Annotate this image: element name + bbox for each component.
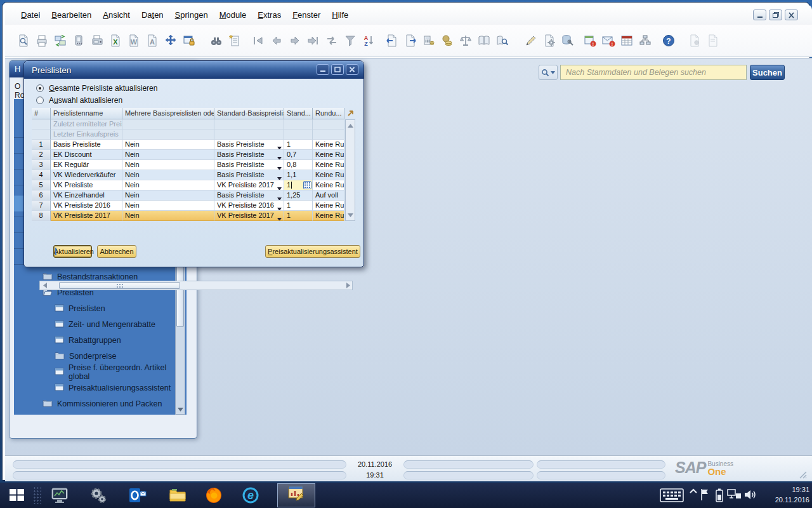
tray-chevron-up-icon[interactable] <box>689 488 698 494</box>
copy-to-icon[interactable] <box>402 32 419 49</box>
table-scroll-down-button[interactable] <box>346 210 355 220</box>
base-pricelist-cell[interactable]: Basis Preisliste <box>214 140 284 150</box>
multiple-baselists-cell[interactable]: Nein <box>122 190 214 201</box>
dropdown-arrow-icon[interactable] <box>277 143 282 150</box>
find-icon[interactable] <box>208 32 225 49</box>
multiple-baselists-cell[interactable]: Nein <box>122 160 214 170</box>
table-row[interactable]: 6VK EinzelhandelNeinBasis Preisliste1,25… <box>32 190 355 201</box>
dropdown-arrow-icon[interactable] <box>277 204 282 211</box>
rounding-cell[interactable]: Keine Ru <box>313 160 344 170</box>
tray-keyboard-icon[interactable] <box>660 488 684 503</box>
payment-means-icon[interactable] <box>421 32 437 49</box>
row-number-cell[interactable]: 2 <box>32 150 51 160</box>
menu-datei[interactable]: Datei <box>15 6 46 25</box>
previous-record-icon[interactable] <box>268 32 285 49</box>
table-row[interactable]: 8VK Preisliste 2017NeinVK Preisliste 201… <box>32 211 355 221</box>
factor-cell[interactable]: 1,25 <box>284 190 313 201</box>
table-vertical-scrollbar[interactable] <box>345 119 355 221</box>
tree-item[interactable]: Preislisten <box>55 301 105 316</box>
multiple-baselists-cell[interactable]: Nein <box>122 140 214 150</box>
taskbar-internet-explorer[interactable]: e <box>240 485 261 505</box>
menu-module[interactable]: Module <box>214 6 252 25</box>
base-pricelist-cell[interactable]: VK Preisliste 2017 <box>214 211 284 221</box>
send-sms-icon[interactable] <box>70 32 87 49</box>
refresh-icon[interactable] <box>324 32 340 49</box>
rounding-cell[interactable]: Auf voll <box>313 190 344 201</box>
launch-application-icon[interactable] <box>162 32 179 49</box>
expand-grid-icon[interactable] <box>345 108 355 119</box>
row-number-cell[interactable]: 1 <box>32 140 51 150</box>
tree-scroll-down-button[interactable] <box>176 404 185 414</box>
copy-from-icon[interactable] <box>384 32 400 49</box>
tray-battery-icon[interactable] <box>715 488 724 503</box>
table-scroll-up-button[interactable] <box>346 121 355 130</box>
base-pricelist-cell[interactable]: Basis Preisliste <box>214 190 284 201</box>
radio-option[interactable]: Auswahl aktualisieren <box>36 96 122 105</box>
doc-settings-disabled-icon[interactable] <box>705 32 721 49</box>
tray-network-icon[interactable] <box>727 488 742 502</box>
send-fax-icon[interactable] <box>89 32 105 49</box>
rounding-cell[interactable]: Keine Ru <box>313 150 344 160</box>
filter-icon[interactable] <box>342 32 358 49</box>
row-number-cell[interactable]: 6 <box>32 190 51 201</box>
chart-of-accounts-icon[interactable] <box>476 32 492 49</box>
taskbar-outlook[interactable] <box>127 485 148 505</box>
export-word-icon[interactable]: W <box>126 32 142 49</box>
table-row[interactable]: 3EK RegulärNeinBasis Preisliste0,8Keine … <box>32 160 355 170</box>
row-number-cell[interactable]: 3 <box>32 160 51 170</box>
dropdown-arrow-icon[interactable] <box>277 184 282 190</box>
search-button[interactable]: Suchen <box>750 65 785 80</box>
preisaktualisierungsassistent-button[interactable]: Preisaktualisierungsassistent <box>265 245 360 258</box>
menu-extras[interactable]: Extras <box>252 6 287 25</box>
pricelist-name-cell[interactable]: EK Discount <box>51 150 122 160</box>
resize-grip[interactable] <box>798 470 807 479</box>
multiple-baselists-cell[interactable]: Nein <box>122 211 214 221</box>
print-preview-icon[interactable] <box>15 32 32 49</box>
dropdown-arrow-icon[interactable] <box>277 194 282 201</box>
aktualisieren-button[interactable]: Aktualisieren <box>53 245 92 258</box>
taskbar-file-explorer[interactable] <box>167 485 188 505</box>
base-pricelist-cell[interactable]: VK Preisliste 2016 <box>214 201 284 211</box>
tray-flag-icon[interactable] <box>700 488 710 502</box>
tree-item[interactable]: Sonderpreise <box>55 349 116 364</box>
table-row[interactable]: 1Basis PreislisteNeinBasis Preisliste1Ke… <box>32 140 355 150</box>
factor-cell[interactable]: 1 <box>284 140 313 150</box>
base-pricelist-cell[interactable]: VK Preisliste 2017 <box>214 180 284 190</box>
export-pdf-icon[interactable]: A <box>144 32 160 49</box>
tree-item[interactable]: Rabattgruppen <box>55 333 121 348</box>
multiple-baselists-cell[interactable]: Nein <box>122 180 214 190</box>
factor-cell-editing[interactable]: 1 <box>284 180 313 190</box>
table-hscroll-thumb[interactable] <box>59 282 180 289</box>
menu-hilfe[interactable]: Hilfe <box>326 6 354 25</box>
dialog-close-button[interactable] <box>346 64 358 75</box>
dropdown-arrow-icon[interactable] <box>277 214 282 221</box>
rounding-cell[interactable]: Keine Ru <box>313 180 344 190</box>
record-list-icon[interactable] <box>226 32 243 49</box>
rounding-cell[interactable]: Keine Ru <box>313 170 344 180</box>
rounding-cell[interactable]: Keine Ru <box>313 140 344 150</box>
menu-ansicht[interactable]: Ansicht <box>97 6 136 25</box>
dialog-title-bar[interactable]: Preislisten <box>24 61 363 79</box>
multiple-baselists-cell[interactable]: Nein <box>122 170 214 180</box>
tree-item[interactable]: Zeit- und Mengenrabatte <box>55 317 155 332</box>
dropdown-arrow-icon[interactable] <box>277 163 282 170</box>
column-header[interactable]: # <box>32 108 51 119</box>
rounding-cell[interactable]: Keine Ru <box>313 201 344 211</box>
menu-daten[interactable]: Daten <box>136 6 169 25</box>
send-icon[interactable] <box>52 32 69 49</box>
table-row[interactable]: 7VK Preisliste 2016NeinVK Preisliste 201… <box>32 201 355 211</box>
rounding-cell[interactable]: Keine Ru <box>313 211 344 221</box>
next-record-icon[interactable] <box>287 32 303 49</box>
pricelist-name-cell[interactable]: VK Wiederverkäufer <box>51 170 122 180</box>
taskbar-settings[interactable] <box>87 485 108 505</box>
ms-calendar-icon[interactable] <box>619 32 635 49</box>
help-icon[interactable]: ? <box>660 32 677 49</box>
row-number-cell[interactable]: 5 <box>32 180 51 190</box>
table-scroll-left-button[interactable] <box>41 281 49 290</box>
global-search-input[interactable] <box>560 65 747 80</box>
multiple-baselists-cell[interactable]: Nein <box>122 201 214 211</box>
table-row[interactable]: 5VK PreislisteNeinVK Preisliste 20171Kei… <box>32 180 355 190</box>
org-chart-icon[interactable] <box>637 32 653 49</box>
base-pricelist-cell[interactable]: Basis Preisliste <box>214 170 284 180</box>
base-pricelist-cell[interactable]: Basis Preisliste <box>214 150 284 160</box>
